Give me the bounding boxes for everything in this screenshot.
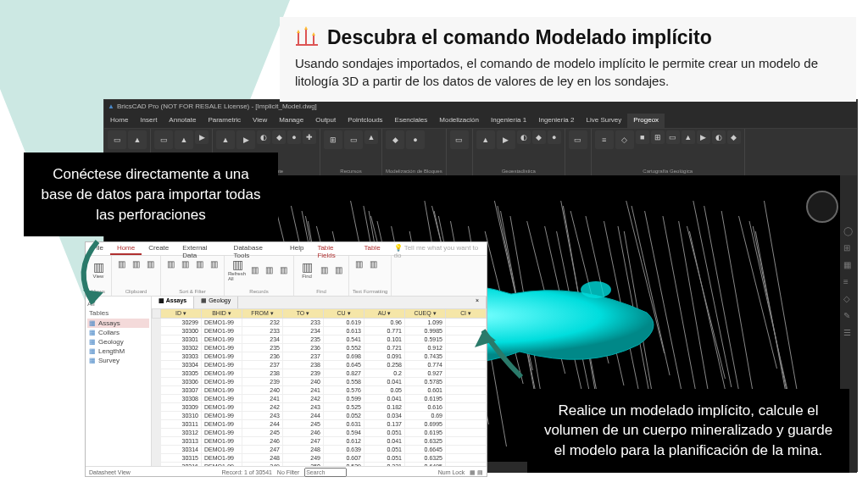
cell[interactable]: 248 bbox=[242, 454, 283, 463]
cell[interactable] bbox=[446, 437, 487, 446]
table-row[interactable]: 30315DEMO1-992482490.6070.0510.6325 bbox=[153, 454, 487, 463]
table-row[interactable]: 30305DEMO1-992382390.8270.20.927 bbox=[153, 369, 487, 378]
cell[interactable]: 0.927 bbox=[405, 369, 446, 378]
cell[interactable]: 249 bbox=[242, 463, 283, 467]
cell[interactable]: 0.034 bbox=[364, 412, 405, 420]
cell[interactable]: 241 bbox=[283, 386, 324, 395]
cell[interactable]: 1.099 bbox=[405, 319, 446, 327]
cell[interactable]: 0.552 bbox=[324, 344, 364, 352]
cad-tool-icon[interactable]: ◆ bbox=[532, 130, 546, 144]
cell[interactable]: 239 bbox=[242, 378, 283, 386]
cell[interactable]: 0.774 bbox=[405, 361, 446, 369]
cad-tool-icon[interactable]: ▭ bbox=[450, 130, 469, 149]
cell[interactable]: 246 bbox=[242, 437, 283, 446]
tell-me-search[interactable]: 💡 Tell me what you want to do bbox=[387, 242, 487, 255]
cell[interactable] bbox=[446, 403, 487, 412]
cad-tool-icon[interactable]: ≡ bbox=[595, 130, 614, 149]
access-tool-refresh all[interactable]: ▥Refresh All bbox=[228, 258, 247, 281]
cell[interactable]: DEMO1-99 bbox=[202, 369, 242, 378]
cad-tab-pointclouds[interactable]: Pointclouds bbox=[342, 114, 388, 128]
cell[interactable]: 0.612 bbox=[324, 437, 364, 446]
cell[interactable]: 0.101 bbox=[364, 336, 405, 344]
cell[interactable]: 242 bbox=[242, 403, 283, 412]
cell[interactable]: 0.594 bbox=[324, 429, 364, 437]
col-header-from[interactable]: FROM ▾ bbox=[242, 309, 283, 319]
cell[interactable]: 30309 bbox=[161, 403, 202, 412]
nav-table-geology[interactable]: ▦Geology bbox=[87, 337, 149, 347]
cad-tab-esenciales[interactable]: Esenciales bbox=[389, 114, 434, 128]
cell[interactable]: 0.698 bbox=[324, 352, 364, 361]
access-tool-icon[interactable]: ▥ bbox=[130, 258, 142, 270]
nav-table-collars[interactable]: ▦Collars bbox=[87, 328, 149, 337]
cell[interactable]: 238 bbox=[242, 369, 283, 378]
cad-tool-icon[interactable]: ▶ bbox=[697, 130, 710, 144]
table-row[interactable]: 30314DEMO1-992472480.6390.0510.6645 bbox=[153, 446, 487, 454]
cell[interactable] bbox=[446, 429, 487, 437]
nav-table-survey[interactable]: ▦Survey bbox=[87, 356, 149, 365]
cell[interactable]: 0.631 bbox=[324, 420, 364, 429]
access-tool-icon[interactable]: ▥ bbox=[332, 263, 345, 276]
cad-tool-icon[interactable]: ◆ bbox=[272, 130, 286, 144]
cad-tool-icon[interactable]: ⊞ bbox=[324, 130, 342, 149]
table-row[interactable]: 30300DEMO1-992332340.6130.7710.9985 bbox=[153, 327, 487, 336]
cad-tool-icon[interactable]: ◆ bbox=[386, 130, 404, 149]
access-tool-icon[interactable]: ▥ bbox=[193, 258, 206, 270]
cell[interactable]: 0.6325 bbox=[405, 437, 446, 446]
close-tab-button[interactable]: × bbox=[469, 297, 487, 308]
cad-tool-icon[interactable]: ■ bbox=[636, 130, 649, 144]
table-row[interactable]: 30301DEMO1-992342350.5410.1010.5915 bbox=[153, 336, 487, 344]
access-tool-icon[interactable]: ▥ bbox=[144, 258, 157, 270]
access-tool-icon[interactable]: ▥ bbox=[367, 258, 380, 270]
cell[interactable]: 0.912 bbox=[405, 344, 446, 352]
cad-tool-icon[interactable]: ▭ bbox=[569, 130, 587, 149]
cell[interactable]: 0.96 bbox=[364, 319, 405, 327]
cell[interactable]: 0.2 bbox=[364, 369, 405, 378]
cad-tool-icon[interactable]: ● bbox=[406, 130, 425, 149]
cell[interactable]: DEMO1-99 bbox=[202, 446, 242, 454]
cell[interactable]: 0.645 bbox=[324, 361, 364, 369]
cell[interactable]: 0.525 bbox=[324, 403, 364, 412]
cad-tool-icon[interactable]: ▶ bbox=[497, 130, 515, 149]
cad-tool-icon[interactable]: ▲ bbox=[682, 130, 695, 144]
cell[interactable]: 0.041 bbox=[364, 378, 405, 386]
cad-tool-icon[interactable]: ◆ bbox=[727, 130, 741, 144]
cell[interactable]: 30301 bbox=[161, 336, 202, 344]
cell[interactable]: 0.9985 bbox=[405, 327, 446, 336]
cell[interactable]: 248 bbox=[283, 446, 324, 454]
cell[interactable]: 232 bbox=[242, 319, 283, 327]
cad-tool-icon[interactable]: ● bbox=[548, 130, 561, 144]
cell[interactable]: 237 bbox=[283, 352, 324, 361]
col-header-cu[interactable]: CU ▾ bbox=[324, 309, 364, 319]
cell[interactable]: 30307 bbox=[161, 386, 202, 395]
cell[interactable]: 30299 bbox=[161, 319, 202, 327]
cad-tool-icon[interactable]: ▶ bbox=[236, 130, 255, 149]
cad-tool-icon[interactable]: ▭ bbox=[344, 130, 363, 149]
cad-tool-icon[interactable]: ▶ bbox=[195, 130, 209, 144]
cell[interactable]: 234 bbox=[283, 327, 324, 336]
access-tab-database-tools[interactable]: Database Tools bbox=[227, 242, 283, 255]
cad-tool-icon[interactable]: ◐ bbox=[257, 130, 270, 144]
cell[interactable]: 30308 bbox=[161, 395, 202, 403]
access-tool-icon[interactable]: ▥ bbox=[318, 263, 331, 276]
cad-tab-ingeniería-2[interactable]: Ingeniería 2 bbox=[532, 114, 580, 128]
access-tool-icon[interactable]: ▥ bbox=[248, 263, 261, 276]
cell[interactable]: 30302 bbox=[161, 344, 202, 352]
cell[interactable]: 30312 bbox=[161, 429, 202, 437]
cell[interactable]: 0.6495 bbox=[405, 463, 446, 467]
col-header-cueq[interactable]: CUEQ ▾ bbox=[405, 309, 446, 319]
cell[interactable]: DEMO1-99 bbox=[202, 319, 242, 327]
table-row[interactable]: 30302DEMO1-992352360.5520.7210.912 bbox=[153, 344, 487, 352]
data-tab-assays[interactable]: ▦ Assays bbox=[152, 297, 194, 308]
cad-tool-icon[interactable]: ⊞ bbox=[651, 130, 665, 144]
cell[interactable]: 244 bbox=[283, 412, 324, 420]
cell[interactable]: 0.182 bbox=[364, 403, 405, 412]
cell[interactable]: 233 bbox=[242, 327, 283, 336]
table-row[interactable]: 30312DEMO1-992452460.5940.0510.6195 bbox=[153, 429, 487, 437]
access-tool-icon[interactable]: ▥ bbox=[208, 258, 220, 270]
cell[interactable]: 0.041 bbox=[364, 437, 405, 446]
access-tab-create[interactable]: Create bbox=[142, 242, 175, 255]
cad-tool-icon[interactable]: ● bbox=[287, 130, 301, 144]
table-row[interactable]: 30316DEMO1-992492500.5390.2210.6495 bbox=[153, 463, 487, 467]
cell[interactable]: DEMO1-99 bbox=[202, 344, 242, 352]
cell[interactable]: DEMO1-99 bbox=[202, 336, 242, 344]
